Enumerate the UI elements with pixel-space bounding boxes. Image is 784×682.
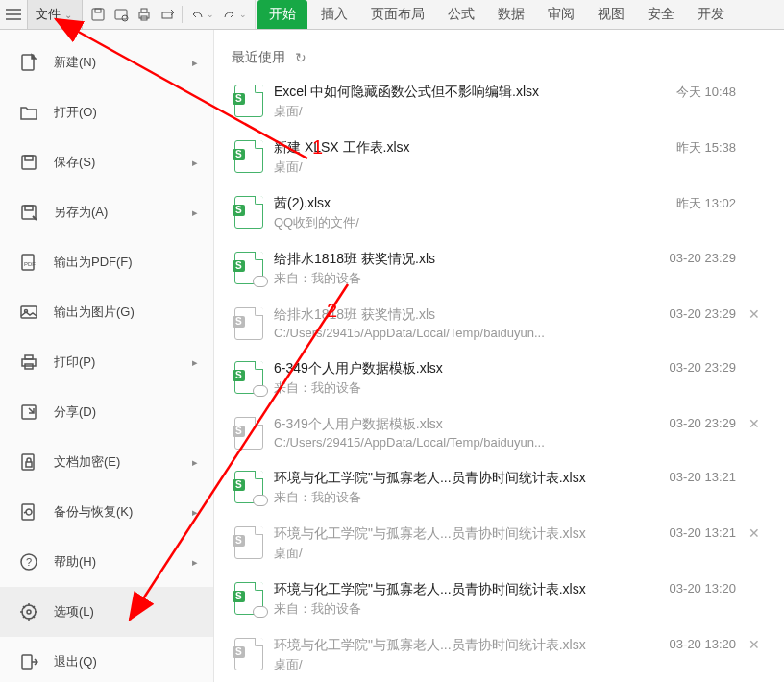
print-preview-icon[interactable] bbox=[110, 3, 133, 26]
exit-icon bbox=[17, 652, 40, 671]
sidebar-item-label: 保存(S) bbox=[54, 154, 95, 171]
file-info: 环境与化工学院"与孤寡老人...员青协时间统计表.xlsx桌面/ bbox=[274, 637, 640, 673]
help-icon: ? bbox=[17, 552, 40, 572]
print-icon[interactable] bbox=[133, 3, 156, 26]
remove-recent-icon[interactable]: ✕ bbox=[742, 416, 767, 431]
share-icon bbox=[17, 402, 40, 422]
recent-file-row[interactable]: S新建 XLSX 工作表.xlsx桌面/昨天 15:38 bbox=[232, 130, 772, 185]
file-time: 03-20 23:29 bbox=[640, 416, 742, 430]
recent-file-row[interactable]: S环境与化工学院"与孤寡老人...员青协时间统计表.xlsx桌面/03-20 1… bbox=[232, 627, 772, 682]
recent-file-row[interactable]: S6-349个人用户数据模板.xlsx来自：我的设备03-20 23:29 bbox=[232, 351, 772, 406]
undo-dropdown-icon[interactable]: ⌄ bbox=[207, 10, 214, 19]
recent-file-row[interactable]: S给排水1818班 获奖情况.xlsC:/Users/29415/AppData… bbox=[232, 297, 772, 351]
sidebar-item-saveas[interactable]: 另存为(A)▸ bbox=[0, 187, 213, 237]
file-path: 桌面/ bbox=[274, 545, 632, 562]
recent-file-row[interactable]: S环境与化工学院"与孤寡老人...员青协时间统计表.xlsx来自：我的设备03-… bbox=[232, 572, 772, 627]
file-info: 6-349个人用户数据模板.xlsx来自：我的设备 bbox=[274, 360, 640, 397]
file-path: 来自：我的设备 bbox=[274, 379, 632, 397]
sidebar-item-print[interactable]: 打印(P)▸ bbox=[0, 337, 213, 387]
file-type-icon: S bbox=[232, 360, 266, 395]
saveas-icon bbox=[17, 203, 40, 222]
file-path: 桌面/ bbox=[274, 158, 632, 176]
sidebar-item-open[interactable]: 打开(O) bbox=[0, 87, 213, 137]
svg-rect-5 bbox=[141, 9, 147, 12]
new-icon bbox=[17, 53, 40, 72]
options-icon bbox=[17, 602, 40, 621]
sidebar-item-new[interactable]: 新建(N)▸ bbox=[0, 37, 213, 87]
svg-rect-12 bbox=[25, 206, 33, 210]
file-menu-label: 文件 bbox=[36, 6, 61, 23]
recent-file-row[interactable]: S环境与化工学院"与孤寡老人...员青协时间统计表.xlsx桌面/03-20 1… bbox=[232, 516, 772, 572]
sidebar-item-label: 新建(N) bbox=[54, 54, 96, 71]
file-name: 6-349个人用户数据模板.xlsx bbox=[274, 416, 632, 433]
remove-recent-icon[interactable]: ✕ bbox=[742, 525, 767, 541]
chevron-right-icon: ▸ bbox=[192, 356, 198, 369]
file-type-icon: S bbox=[232, 84, 266, 118]
tab-security[interactable]: 安全 bbox=[636, 0, 686, 29]
cloud-icon bbox=[253, 385, 268, 397]
tab-formula[interactable]: 公式 bbox=[436, 0, 486, 29]
file-info: 给排水1818班 获奖情况.xlsC:/Users/29415/AppData/… bbox=[274, 306, 640, 340]
file-type-icon: S bbox=[232, 416, 266, 451]
file-menu-button[interactable]: 文件 ⌄ bbox=[28, 0, 83, 29]
sidebar-item-label: 输出为图片(G) bbox=[54, 304, 135, 321]
chevron-right-icon: ▸ bbox=[192, 157, 198, 169]
sidebar-item-image[interactable]: 输出为图片(G) bbox=[0, 287, 213, 337]
file-time: 03-20 13:21 bbox=[640, 470, 742, 484]
direct-print-icon[interactable] bbox=[156, 3, 179, 26]
cloud-icon bbox=[253, 606, 268, 618]
sidebar-item-save[interactable]: 保存(S)▸ bbox=[0, 137, 213, 187]
svg-rect-18 bbox=[25, 355, 33, 359]
tab-layout[interactable]: 页面布局 bbox=[359, 0, 436, 29]
sidebar-item-exit[interactable]: 退出(Q) bbox=[0, 637, 213, 682]
hamburger-icon[interactable] bbox=[0, 0, 28, 29]
tab-start[interactable]: 开始 bbox=[257, 0, 307, 29]
remove-recent-icon[interactable]: ✕ bbox=[742, 306, 767, 322]
recent-file-row[interactable]: S6-349个人用户数据模板.xlsxC:/Users/29415/AppDat… bbox=[232, 406, 772, 460]
file-type-icon: S bbox=[232, 306, 266, 341]
file-type-icon: S bbox=[232, 525, 266, 560]
file-time: 昨天 13:02 bbox=[640, 195, 742, 212]
sidebar-item-lock[interactable]: 文档加密(E)▸ bbox=[0, 437, 213, 487]
tab-data[interactable]: 数据 bbox=[486, 0, 536, 29]
redo-dropdown-icon[interactable]: ⌄ bbox=[239, 10, 247, 19]
tab-dev[interactable]: 开发 bbox=[686, 0, 736, 29]
sidebar-item-label: 输出为PDF(F) bbox=[54, 254, 133, 271]
file-time: 03-20 23:29 bbox=[640, 360, 742, 375]
file-info: Excel 中如何隐藏函数公式但不影响编辑.xlsx桌面/ bbox=[274, 84, 640, 120]
reload-icon[interactable]: ↻ bbox=[295, 50, 306, 65]
sidebar-item-share[interactable]: 分享(D) bbox=[0, 387, 213, 437]
recent-file-row[interactable]: S环境与化工学院"与孤寡老人...员青协时间统计表.xlsx来自：我的设备03-… bbox=[232, 460, 772, 516]
file-type-icon: S bbox=[232, 470, 266, 504]
cloud-icon bbox=[253, 276, 268, 287]
sidebar-item-pdf[interactable]: PDF输出为PDF(F) bbox=[0, 237, 213, 287]
file-path: C:/Users/29415/AppData/Local/Temp/baiduy… bbox=[274, 326, 632, 340]
sidebar-item-label: 选项(L) bbox=[54, 603, 94, 621]
tab-insert[interactable]: 插入 bbox=[309, 0, 359, 29]
chevron-right-icon: ▸ bbox=[192, 556, 198, 569]
file-time: 03-20 13:21 bbox=[640, 525, 742, 540]
file-time: 昨天 15:38 bbox=[640, 139, 742, 157]
tab-view[interactable]: 视图 bbox=[586, 0, 636, 29]
backup-icon bbox=[17, 502, 40, 522]
tab-review[interactable]: 审阅 bbox=[536, 0, 586, 29]
sidebar-item-help[interactable]: ?帮助(H)▸ bbox=[0, 537, 213, 587]
file-name: 6-349个人用户数据模板.xlsx bbox=[274, 360, 632, 378]
sidebar-item-options[interactable]: 选项(L) bbox=[0, 587, 213, 637]
sidebar-item-label: 文档加密(E) bbox=[54, 453, 120, 471]
file-name: 给排水1818班 获奖情况.xls bbox=[274, 306, 632, 324]
sidebar-item-backup[interactable]: 备份与恢复(K)▸ bbox=[0, 487, 213, 537]
remove-recent-icon[interactable]: ✕ bbox=[742, 637, 767, 652]
recent-file-row[interactable]: SExcel 中如何隐藏函数公式但不影响编辑.xlsx桌面/今天 10:48 bbox=[232, 74, 772, 130]
svg-rect-0 bbox=[92, 9, 104, 20]
file-path: 桌面/ bbox=[274, 656, 632, 673]
recent-file-row[interactable]: S给排水1818班 获奖情况.xls来自：我的设备03-20 23:29 bbox=[232, 241, 772, 297]
save-icon[interactable] bbox=[86, 3, 110, 26]
file-path: 来自：我的设备 bbox=[274, 270, 632, 287]
redo-icon[interactable] bbox=[218, 3, 241, 26]
undo-icon[interactable] bbox=[185, 3, 208, 26]
recent-file-row[interactable]: S茜(2).xlsxQQ收到的文件/昨天 13:02 bbox=[232, 185, 772, 241]
sidebar-item-label: 打开(O) bbox=[54, 104, 97, 121]
file-time: 03-20 23:29 bbox=[640, 251, 742, 265]
file-name: 环境与化工学院"与孤寡老人...员青协时间统计表.xlsx bbox=[274, 581, 632, 598]
